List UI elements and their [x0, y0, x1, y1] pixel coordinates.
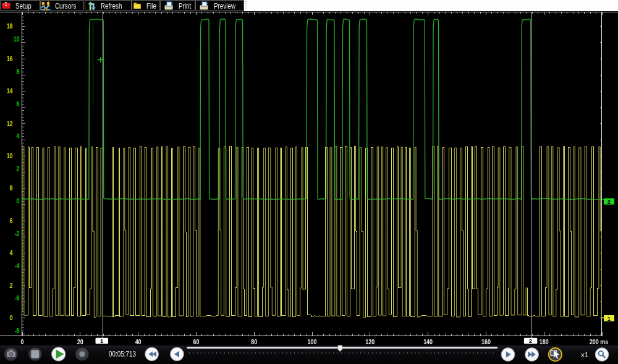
svg-text:200 ms: 200 ms [590, 338, 609, 345]
svg-text:-8: -8 [15, 327, 20, 334]
svg-text:60: 60 [193, 338, 199, 345]
svg-text:00:05:713: 00:05:713 [109, 350, 136, 358]
svg-text:2: 2 [17, 165, 20, 172]
svg-text:2: 2 [607, 198, 611, 205]
svg-text:1: 1 [607, 315, 611, 322]
svg-text:16: 16 [7, 55, 13, 62]
svg-text:4: 4 [10, 249, 13, 256]
svg-text:-4: -4 [15, 262, 20, 269]
svg-text:18: 18 [7, 22, 13, 30]
svg-text:1: 1 [100, 337, 104, 344]
svg-text:80: 80 [251, 338, 257, 345]
svg-text:0: 0 [21, 338, 24, 345]
svg-text:8: 8 [17, 68, 20, 75]
svg-text:140: 140 [423, 338, 433, 345]
svg-text:4: 4 [17, 132, 20, 140]
svg-text:8: 8 [10, 184, 13, 192]
svg-text:180: 180 [540, 338, 549, 345]
svg-text:-2: -2 [15, 230, 20, 237]
svg-text:6: 6 [17, 100, 20, 108]
svg-text:20: 20 [77, 338, 83, 345]
svg-text:10: 10 [7, 152, 13, 159]
svg-text:40: 40 [135, 338, 142, 345]
svg-text:100: 100 [308, 338, 317, 345]
svg-text:2: 2 [529, 337, 532, 344]
svg-text:0: 0 [17, 197, 20, 205]
svg-text:0: 0 [10, 314, 13, 321]
svg-text:120: 120 [365, 338, 375, 345]
svg-text:14: 14 [7, 87, 13, 95]
svg-text:2: 2 [10, 282, 13, 289]
svg-text:160: 160 [481, 338, 491, 345]
svg-text:-6: -6 [15, 294, 20, 302]
svg-text:x1: x1 [581, 351, 588, 358]
svg-text:12: 12 [7, 120, 13, 127]
svg-text:6: 6 [10, 217, 13, 224]
svg-text:10: 10 [14, 35, 20, 43]
